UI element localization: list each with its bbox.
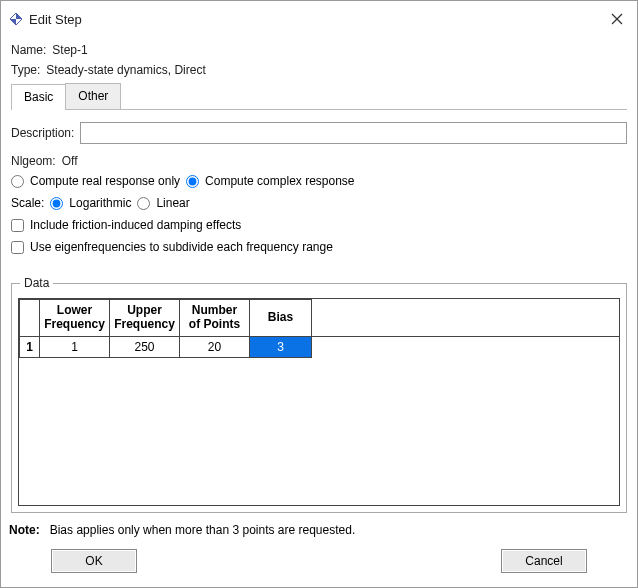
close-button[interactable] [605,7,629,31]
th-bias: Bias [250,300,312,337]
td-lower-frequency[interactable]: 1 [40,336,110,357]
note-label: Note: [9,523,40,537]
th-number-of-points: Numberof Points [180,300,250,337]
radio-complex-response[interactable] [186,175,199,188]
type-label: Type: [11,63,40,77]
radio-linear[interactable] [137,197,150,210]
td-spacer [312,336,620,357]
svg-marker-2 [10,19,16,25]
th-spacer [312,300,620,337]
titlebar: Edit Step [1,1,637,37]
radio-real-response-label: Compute real response only [30,174,180,188]
checkbox-eigenfrequencies-label: Use eigenfrequencies to subdivide each f… [30,240,333,254]
nlgeom-value: Off [62,154,78,168]
td-rownum: 1 [20,336,40,357]
note-row: Note: Bias applies only when more than 3… [1,513,637,549]
td-bias[interactable]: 3 [250,336,312,357]
th-lower-frequency: LowerFrequency [40,300,110,337]
checkbox-friction-damping[interactable] [11,219,24,232]
radio-linear-label: Linear [156,196,189,210]
response-row: Compute real response only Compute compl… [11,174,627,188]
description-label: Description: [11,126,74,140]
checkbox-eigenfrequencies[interactable] [11,241,24,254]
td-upper-frequency[interactable]: 250 [110,336,180,357]
name-label: Name: [11,43,46,57]
eigen-row: Use eigenfrequencies to subdivide each f… [11,240,627,254]
app-icon [9,12,23,26]
th-upper-frequency: UpperFrequency [110,300,180,337]
friction-row: Include friction-induced damping effects [11,218,627,232]
description-row: Description: [11,122,627,144]
name-value: Step-1 [52,43,87,57]
tabs: Basic Other [11,83,627,110]
radio-real-response[interactable] [11,175,24,188]
nlgeom-row: Nlgeom: Off [11,154,627,168]
td-number-of-points[interactable]: 20 [180,336,250,357]
tab-basic[interactable]: Basic [11,84,66,110]
radio-logarithmic-label: Logarithmic [69,196,131,210]
checkbox-friction-damping-label: Include friction-induced damping effects [30,218,241,232]
data-table[interactable]: LowerFrequency UpperFrequency Numberof P… [19,299,619,497]
scale-row: Scale: Logarithmic Linear [11,196,627,210]
tab-other[interactable]: Other [65,83,121,109]
cancel-button[interactable]: Cancel [501,549,587,573]
radio-complex-response-label: Compute complex response [205,174,354,188]
name-row: Name: Step-1 [11,43,627,57]
nlgeom-label: Nlgeom: [11,154,56,168]
data-table-wrap: LowerFrequency UpperFrequency Numberof P… [18,298,620,506]
th-rownum [20,300,40,337]
ok-button[interactable]: OK [51,549,137,573]
button-bar: OK Cancel [1,549,637,587]
table-header-row: LowerFrequency UpperFrequency Numberof P… [20,300,620,337]
type-row: Type: Steady-state dynamics, Direct [11,63,627,77]
note-text: Bias applies only when more than 3 point… [50,523,356,537]
scale-label: Scale: [11,196,44,210]
svg-marker-1 [16,13,22,19]
description-input[interactable] [80,122,627,144]
table-row[interactable]: 1 1 250 20 3 [20,336,620,357]
data-legend: Data [20,276,53,290]
type-value: Steady-state dynamics, Direct [46,63,205,77]
data-fieldset: Data LowerFrequency UpperFrequency Numbe… [11,276,627,513]
radio-logarithmic[interactable] [50,197,63,210]
window-title: Edit Step [29,12,605,27]
